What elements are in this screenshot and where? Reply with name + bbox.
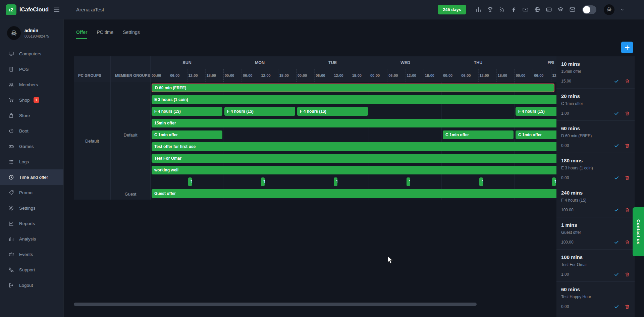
offer-bar[interactable]: C 1min offer xyxy=(516,130,556,139)
member-group-cell[interactable]: Default xyxy=(111,82,150,188)
offer-bar[interactable]: T xyxy=(261,177,265,186)
offer-list-item[interactable]: 240 minsF 4 hours (1$)100.00 xyxy=(556,185,635,217)
offer-bar-label: T xyxy=(552,179,556,184)
offer-bar[interactable]: E 3 hours (1 coin) xyxy=(152,95,556,104)
sidebar-item-reports[interactable]: Reports xyxy=(0,216,63,231)
offer-bar[interactable]: F 4 hours (1$) xyxy=(297,107,368,116)
offer-bar[interactable]: T xyxy=(334,177,337,186)
days-remaining-badge[interactable]: 245 days xyxy=(438,5,466,14)
check-icon[interactable] xyxy=(614,78,619,84)
offer-list-item[interactable]: 10 mins15min offer15.00 xyxy=(556,56,635,89)
theme-toggle[interactable] xyxy=(582,5,596,14)
offer-list-item[interactable]: 60 minsD 60 min (FREE)0.00 xyxy=(556,121,635,153)
sidebar-item-analysis[interactable]: Analysis xyxy=(0,231,63,247)
offer-bar[interactable]: C 1min offer xyxy=(152,130,222,139)
sidebar-item-boot[interactable]: Boot xyxy=(0,123,63,139)
trash-icon[interactable] xyxy=(625,304,630,309)
facebook-icon[interactable] xyxy=(511,6,517,13)
horizontal-scrollbar-thumb[interactable] xyxy=(74,303,477,306)
sidebar-item-pos[interactable]: POS xyxy=(0,61,63,77)
trophy-icon[interactable] xyxy=(487,6,493,13)
offer-bar[interactable]: working well xyxy=(152,166,556,174)
globe-icon[interactable] xyxy=(534,6,540,13)
trash-icon[interactable] xyxy=(625,111,630,116)
tab-pc-time[interactable]: PC time xyxy=(97,30,113,39)
sidebar-item-games[interactable]: Games xyxy=(0,139,63,154)
offer-price: 0.00 xyxy=(561,175,569,180)
check-icon[interactable] xyxy=(614,207,619,213)
offer-bar[interactable]: 15min offer xyxy=(152,119,556,127)
chevron-down-icon[interactable] xyxy=(620,7,625,12)
timeline-body: D 60 min (FREE)E 3 hours (1 coin)F 4 hou… xyxy=(151,82,556,200)
offer-bar[interactable]: D 60 min (FREE) xyxy=(152,84,554,92)
sidebar-item-label: Support xyxy=(19,267,35,272)
contact-us-button[interactable]: Contact us xyxy=(633,207,644,256)
tab-settings[interactable]: Settings xyxy=(123,30,140,39)
sidebar-user-block[interactable]: admin 005193482475 xyxy=(0,19,63,46)
sidebar-item-store[interactable]: Store xyxy=(0,108,63,123)
offer-bar[interactable]: T xyxy=(479,177,483,186)
rss-icon[interactable] xyxy=(499,6,505,13)
offer-bar[interactable]: F 4 hours (1$) xyxy=(224,107,295,116)
sidebar-item-members[interactable]: Members xyxy=(0,77,63,92)
pc-group-cell[interactable]: Default xyxy=(74,82,110,200)
offer-bar[interactable]: T xyxy=(188,177,192,186)
sidebar-item-computers[interactable]: Computers xyxy=(0,46,63,61)
trash-icon[interactable] xyxy=(625,272,630,277)
offer-bar[interactable]: Guest offer xyxy=(152,189,556,198)
stats-icon[interactable] xyxy=(475,6,482,13)
sidebar-item-support[interactable]: Support xyxy=(0,262,63,277)
time-label: 12:00 xyxy=(406,69,424,82)
add-offer-button[interactable] xyxy=(621,42,633,53)
trash-icon[interactable] xyxy=(625,78,630,84)
offer-bar[interactable]: C 1min offer xyxy=(443,130,514,139)
offer-list-item[interactable]: 20 minsC 1min offer1.00 xyxy=(556,89,635,121)
mail-icon[interactable] xyxy=(569,6,576,13)
offer-bar[interactable]: Test For Omar xyxy=(152,154,556,163)
check-icon[interactable] xyxy=(614,111,619,116)
sidebar-item-events[interactable]: Events xyxy=(0,247,63,262)
sidebar-item-logout[interactable]: Logout xyxy=(0,277,63,293)
tab-offer[interactable]: Offer xyxy=(76,30,87,39)
offer-bar[interactable]: T xyxy=(407,177,410,186)
offer-list-item[interactable]: 100 minsTest For Omar1.00 xyxy=(556,250,635,282)
offer-bar[interactable]: F 4 hours (1$) xyxy=(152,107,222,116)
trash-icon[interactable] xyxy=(625,143,630,148)
menu-icon[interactable] xyxy=(53,6,60,13)
offer-list-item[interactable]: 1 minsGuest offer100.00 xyxy=(556,217,635,250)
sidebar-item-logs[interactable]: Logs xyxy=(0,154,63,169)
check-icon[interactable] xyxy=(614,175,619,180)
offer-schedule: PC GROUPS Default MEMBER GROUPS DefaultG… xyxy=(74,56,556,200)
check-icon[interactable] xyxy=(614,143,619,148)
sidebar-item-promo[interactable]: Promo xyxy=(0,185,63,200)
sidebar-item-settings[interactable]: Settings xyxy=(0,200,63,216)
sidebar: admin 005193482475 ComputersPOSMembersSh… xyxy=(0,19,64,317)
support-icon xyxy=(8,267,14,273)
tasks-icon[interactable] xyxy=(557,6,564,13)
settings-icon xyxy=(8,205,14,211)
time-label: 06:00 xyxy=(387,69,405,82)
check-icon[interactable] xyxy=(614,304,619,309)
trash-icon[interactable] xyxy=(625,207,630,213)
time-label: 00:00 xyxy=(151,69,169,82)
offer-list-item[interactable]: 60 minsTest Happy Hour0.00 xyxy=(556,282,635,314)
offer-bar[interactable]: F 4 hours (1$) xyxy=(516,107,556,116)
offer-bar[interactable]: T xyxy=(552,177,556,186)
pos-icon xyxy=(8,66,14,72)
member-group-cell[interactable]: Guest xyxy=(111,188,150,200)
sidebar-item-label: Settings xyxy=(19,206,36,211)
offer-bar[interactable]: Test offer for first use xyxy=(152,142,556,151)
timeline-viewport[interactable]: SUNMONTUEWEDTHUFRI 00:0006:0012:0018:000… xyxy=(151,56,556,200)
youtube-icon[interactable] xyxy=(522,6,529,13)
trash-icon[interactable] xyxy=(625,240,630,245)
user-avatar[interactable] xyxy=(604,4,614,15)
sidebar-item-time-and-offer[interactable]: Time and offer xyxy=(0,169,63,185)
check-icon[interactable] xyxy=(614,240,619,245)
day-header: TUE xyxy=(296,56,369,69)
payment-icon[interactable] xyxy=(546,6,552,13)
check-icon[interactable] xyxy=(614,272,619,277)
trash-icon[interactable] xyxy=(625,175,630,180)
offer-list-item[interactable]: 180 minsE 3 hours (1 coin)0.00 xyxy=(556,153,635,185)
member-groups-column: MEMBER GROUPS DefaultGuest xyxy=(111,56,151,200)
sidebar-item-shop[interactable]: Shop1 xyxy=(0,92,63,108)
